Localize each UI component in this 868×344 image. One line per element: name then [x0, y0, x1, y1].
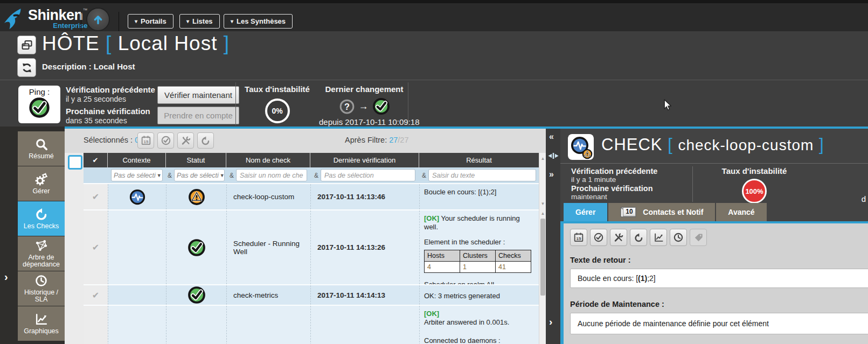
- filter-and: &: [168, 172, 172, 179]
- check-name: check-loop-custom: [226, 184, 310, 209]
- panel-expander[interactable]: ›: [549, 316, 552, 328]
- page-title: HÔTE [ Local Host ]: [42, 32, 230, 55]
- status-separator: [408, 82, 408, 125]
- output-field[interactable]: Boucle en cours: [(1);2]: [570, 269, 868, 288]
- flapping-label: Taux d'instabilité: [235, 85, 319, 94]
- tools-icon: [180, 135, 191, 146]
- sidebar-item-resume[interactable]: Résumé: [18, 131, 65, 166]
- prev-check-label: Vérification précédente: [66, 85, 155, 95]
- check-now-button[interactable]: Vérifier maintenant: [157, 86, 239, 104]
- sidebar-item-historique[interactable]: Historique / SLA: [18, 271, 65, 306]
- table-row[interactable]: [OK] Arbiter answered in 0.001s. Connect…: [84, 305, 539, 344]
- panel-collapse-control[interactable]: «: [549, 132, 554, 142]
- scheduler-elements-table: Hosts Clusters Checks 4 1 41: [424, 250, 531, 273]
- filter-statut-select[interactable]: Pas de sélecti▼: [174, 169, 225, 181]
- page-title-name: Local Host: [118, 32, 218, 54]
- filter-contexte-select[interactable]: Pas de sélecti▼: [111, 169, 163, 181]
- table-row[interactable]: ✔ Scheduler - Running Well 2017-10-11 14…: [84, 209, 539, 284]
- schedule-downtime-button[interactable]: [570, 229, 587, 246]
- filter-result-input[interactable]: [428, 169, 536, 181]
- menu-listes[interactable]: ▾ Listes: [179, 14, 220, 29]
- shinken-logo[interactable]: Shinken™ Enterprise: [3, 8, 88, 32]
- select-all-header[interactable]: ✔: [84, 153, 108, 167]
- panel-expand-control[interactable]: »: [549, 170, 554, 179]
- shinken-app-window: Shinken™ Enterprise ▾ Portails ▾ Listes …: [0, 0, 868, 344]
- refresh-button[interactable]: [17, 58, 36, 77]
- result-element-label: Element in the scheduler :: [424, 238, 505, 247]
- column-header-derniere[interactable]: Dernière vérification: [310, 153, 419, 167]
- sidebar-item-gerer[interactable]: Gérer: [18, 166, 65, 201]
- sidebar-item-label: Résumé: [29, 153, 54, 160]
- brand-name: Shinken: [28, 7, 83, 23]
- filter-name-input[interactable]: [236, 169, 307, 181]
- panel-title: CHECK [ check-loop-custom ]: [601, 135, 824, 155]
- check-context-icon: [129, 189, 145, 205]
- recheck-button[interactable]: [630, 229, 647, 246]
- fix-button[interactable]: [610, 229, 627, 246]
- panel-resize-handle[interactable]: [547, 152, 559, 159]
- acknowledge-button[interactable]: Prendre en compte: [157, 107, 239, 124]
- filter-date-input[interactable]: [321, 169, 415, 181]
- tag-button[interactable]: [690, 229, 707, 246]
- sidebar-item-label: Historique / SLA: [18, 289, 65, 303]
- tab-gerer[interactable]: Gérer: [564, 203, 607, 221]
- column-header-nom[interactable]: Nom de check: [226, 153, 310, 167]
- page-title-type: HÔTE: [42, 32, 100, 54]
- dependency-tree-icon: [34, 239, 48, 252]
- scroll-top-button[interactable]: [86, 8, 110, 31]
- filter-and: &: [422, 172, 426, 179]
- selected-label: Sélectionnés :: [84, 136, 133, 144]
- result-text: Arbiter answered in 0.001s.: [424, 318, 509, 327]
- column-header-statut[interactable]: Statut: [166, 153, 226, 167]
- graph-button[interactable]: [650, 229, 667, 246]
- acknowledge-selection-button[interactable]: [157, 132, 174, 149]
- fix-selection-button[interactable]: [177, 132, 194, 149]
- panel-title-name: check-loop-custom: [678, 137, 814, 153]
- scroll-up-icon[interactable]: ▲: [540, 211, 546, 216]
- recheck-selection-button[interactable]: [197, 132, 214, 149]
- topbar-separator: [119, 12, 119, 32]
- add-column-button[interactable]: [68, 155, 82, 170]
- sidebar-item-les-checks[interactable]: Les Checks: [18, 201, 65, 236]
- column-header-contexte[interactable]: Contexte: [108, 153, 166, 167]
- check-name: check-metrics: [226, 285, 310, 305]
- check-detail-panel: CHECK [ check-loop-custom ] Vérification…: [560, 129, 868, 344]
- tab-avance[interactable]: Avancé: [716, 203, 766, 221]
- flapping-value-badge: 0%: [265, 99, 290, 123]
- menu-portails[interactable]: ▾ Portails: [128, 14, 173, 29]
- topbar-separator: [81, 12, 81, 32]
- table-scrollbar[interactable]: ▲ ▼ ▲: [539, 153, 546, 344]
- sidebar-item-arbre[interactable]: Arbre de dépendance: [18, 236, 65, 271]
- table-row[interactable]: ✔ check-loop-custom 2017-10-11 14:13:46 …: [84, 183, 539, 209]
- calendar-icon: [573, 232, 584, 243]
- dropdown-caret-icon: ▾: [231, 18, 233, 24]
- checks-loop-icon: [34, 207, 48, 221]
- filter-and: &: [314, 172, 318, 179]
- bracket-close: ]: [819, 135, 824, 154]
- top-bar: Shinken™ Enterprise ▾ Portails ▾ Listes …: [0, 0, 868, 31]
- host-type-button[interactable]: [17, 36, 36, 54]
- checks-table-panel: Sélectionnés : 0 Après Filtre: 27/27: [65, 129, 546, 344]
- maintenance-label: Période de Maintenance :: [570, 300, 868, 308]
- check-icon: ✔: [93, 156, 99, 164]
- schedule-downtime-button[interactable]: [137, 132, 154, 149]
- table-row[interactable]: ✔ check-metrics 2017-10-11 14:14:13 OK: …: [84, 284, 539, 305]
- next-check-value: dans 35 secondes: [66, 116, 155, 125]
- menu-syntheses[interactable]: ▾ Les Synthèses: [224, 14, 293, 29]
- warning-status-icon: [188, 188, 205, 206]
- sidebar-item-graphiques[interactable]: Graphiques: [18, 306, 65, 341]
- column-header-resultat[interactable]: Résultat: [419, 153, 539, 167]
- scroll-up-icon[interactable]: ▲: [540, 156, 546, 161]
- after-filter-label: Après Filtre:: [345, 136, 387, 144]
- acknowledge-button[interactable]: [590, 229, 607, 246]
- scroll-down-icon[interactable]: ▼: [540, 201, 546, 206]
- ok-status-icon: [188, 238, 206, 257]
- check-result: OK: 3 metrics generated: [424, 292, 500, 300]
- maintenance-field[interactable]: Aucune période de maintenance définie po…: [570, 313, 868, 334]
- history-button[interactable]: [670, 229, 687, 246]
- sidebar-expander[interactable]: ›: [4, 271, 8, 283]
- after-filter-current: 27: [389, 136, 398, 144]
- tab-contacts[interactable]: 10 Contacts et Notif: [608, 203, 715, 221]
- scrollbar-thumb[interactable]: [540, 219, 545, 296]
- clock-icon: [673, 232, 684, 243]
